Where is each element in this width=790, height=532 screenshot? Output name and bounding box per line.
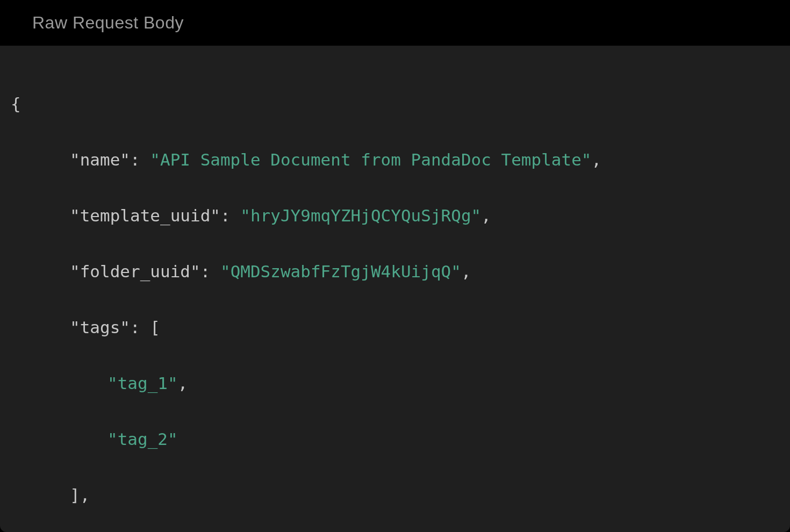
- json-key-tags: "tags": [70, 318, 130, 337]
- panel-body[interactable]: { "name": "API Sample Document from Pand…: [0, 46, 790, 532]
- code-line: "tags": [: [11, 313, 779, 341]
- code-line: "tag_1",: [11, 369, 779, 397]
- panel-title: Raw Request Body: [32, 13, 758, 33]
- code-line: ],: [11, 481, 779, 509]
- json-key-folder-uuid: "folder_uuid": [70, 262, 200, 281]
- code-line: "tag_2": [11, 425, 779, 453]
- json-key-name: "name": [70, 150, 130, 169]
- bracket-close: ],: [70, 485, 90, 505]
- code-line: "name": "API Sample Document from PandaD…: [11, 146, 779, 174]
- bracket-open: [: [150, 318, 160, 337]
- json-key-template-uuid: "template_uuid": [70, 206, 220, 225]
- json-val-folder-uuid: "QMDSzwabfFzTgjW4kUijqQ": [220, 262, 461, 281]
- json-val-template-uuid: "hryJY9mqYZHjQCYQuSjRQg": [240, 206, 481, 225]
- code-line: "template_uuid": "hryJY9mqYZHjQCYQuSjRQg…: [11, 202, 779, 229]
- raw-request-panel: Raw Request Body { "name": "API Sample D…: [0, 0, 790, 532]
- panel-header: Raw Request Body: [0, 0, 790, 46]
- code-line: "folder_uuid": "QMDSzwabfFzTgjW4kUijqQ",: [11, 257, 779, 285]
- code-line: {: [11, 90, 779, 118]
- json-val-tag2: "tag_2": [107, 429, 178, 449]
- json-code-block[interactable]: { "name": "API Sample Document from Pand…: [11, 62, 779, 532]
- brace-open: {: [11, 94, 21, 113]
- json-val-tag1: "tag_1": [107, 373, 178, 393]
- json-val-name: "API Sample Document from PandaDoc Templ…: [150, 150, 591, 169]
